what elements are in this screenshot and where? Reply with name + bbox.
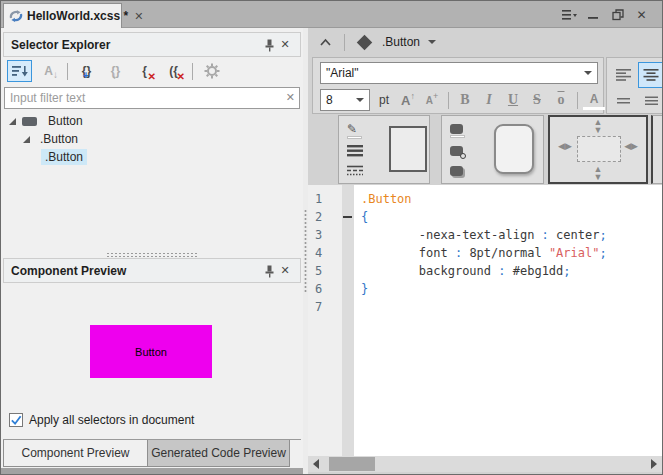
align-left-button[interactable] [613,65,635,85]
insert-selector-button[interactable]: {} ↓ [103,60,128,82]
selector-tree[interactable]: Button.Button.Button [3,112,301,250]
bottom-strip [1,468,303,475]
tree-item[interactable]: Button [3,112,301,130]
selector-toolbar-row: .Button [308,28,662,56]
font-unit-label: pt [379,93,389,107]
border-preset-box[interactable]: ✎ [338,115,430,184]
expand-left-icon: ◀ [558,141,565,151]
shadow-icon[interactable] [450,161,472,181]
selector-dropdown-caret-icon[interactable] [428,40,436,44]
line-number: 5 [308,262,342,280]
tree-item-label: .Button [41,149,87,165]
code-line[interactable]: -nexa-text-align : center; [354,226,662,244]
shrink-font-button[interactable]: A + [421,90,443,110]
line-number: 4 [308,244,342,262]
code-editor[interactable]: 1234567 .Button{ -nexa-text-align : cent… [308,185,662,456]
tree-item-label: .Button [36,131,82,147]
font-family-select[interactable]: "Arial" [320,62,598,84]
tab-component-preview[interactable]: Component Preview [3,440,148,467]
font-toolbar-group: "Arial" 8 pt A ↑ A + B I U [312,57,604,114]
font-size-select[interactable]: 8 [320,89,370,111]
code-line[interactable] [354,298,662,316]
apply-selectors-checkbox[interactable] [9,413,23,427]
line-number: 2 [308,208,342,226]
gradation-icon[interactable] [450,141,472,161]
italic-button[interactable]: I [478,90,500,110]
settings-gear-icon[interactable] [199,60,224,82]
code-lines[interactable]: .Button{ -nexa-text-align : center; font… [354,185,662,456]
left-dock: Selector Explorer ✕ [1,28,303,474]
pin-icon[interactable] [261,37,277,53]
filter-input[interactable] [4,87,300,109]
code-line[interactable]: .Button [354,190,662,208]
border-color-icon[interactable]: ✎ [347,121,369,141]
collapse-toolbar-icon[interactable] [316,33,334,51]
spacing-preset-box[interactable]: ▲▼ ◀▶ ◀▶ ▲▼ [548,115,648,184]
splitter-grip [106,252,198,257]
underline-button[interactable]: U [502,90,524,110]
component-icon [22,117,37,126]
panel-splitter[interactable] [1,250,303,258]
border-style-icon[interactable] [347,161,369,181]
code-line[interactable]: { [354,208,662,226]
valign-middle-button[interactable] [641,94,663,108]
alphabetical-sort-button[interactable]: A ↓ [36,60,61,82]
tree-expander-icon[interactable] [9,118,16,125]
background-color-icon[interactable] [450,121,472,141]
fold-cell[interactable] [342,208,354,226]
document-tab-title: HelloWorld.xcss * [27,9,128,23]
document-tab[interactable]: HelloWorld.xcss * ✕ [3,3,122,28]
component-preview-canvas: Button Apply all selectors in document [3,283,301,440]
line-number: 3 [308,226,342,244]
panel-close-icon[interactable]: ✕ [277,263,293,279]
clipped-preset-box[interactable] [651,115,663,184]
tab-generated-code-preview[interactable]: Generated Code Preview [147,440,290,467]
minimize-icon[interactable] [585,6,602,23]
border-preview [389,126,427,172]
valign-top-button[interactable] [613,94,635,108]
code-line[interactable]: font : 8pt/normal "Arial"; [354,244,662,262]
preview-button[interactable]: Button [90,325,212,378]
pin-icon[interactable] [261,263,277,279]
scroll-right-icon[interactable] [646,456,662,472]
toolbar-separator [67,63,68,80]
fold-cell [342,244,354,262]
horizontal-scrollbar[interactable] [308,456,662,472]
expand-right-icon: ▶ [565,141,572,151]
line-number-gutter: 1234567 [308,185,342,456]
document-tab-close-icon[interactable]: ✕ [134,10,143,23]
fold-marker-icon[interactable] [343,216,352,218]
text-align-group [606,57,663,114]
restore-icon[interactable] [609,6,626,23]
overline-button[interactable]: o [550,90,572,110]
fold-cell [342,262,354,280]
bold-button[interactable]: B [454,90,476,110]
fold-margin [342,185,354,456]
component-preview-header: Component Preview ✕ [3,258,301,283]
font-family-value: "Arial" [321,66,584,80]
delete-all-selectors-button[interactable]: ({ ✕ [161,60,186,82]
window-list-icon[interactable] [561,6,578,23]
close-icon[interactable]: ✕ [633,6,650,23]
tree-item[interactable]: .Button [3,130,301,148]
add-selector-plus: + [83,71,89,81]
scroll-left-icon[interactable] [308,456,324,472]
code-line[interactable]: } [354,280,662,298]
panel-close-icon[interactable]: ✕ [277,37,293,53]
add-selector-button[interactable]: {} + [74,60,99,82]
delete-selector-button[interactable]: { ✕ [132,60,157,82]
sort-selectors-button[interactable] [7,60,32,82]
dropdown-caret-icon [356,98,364,102]
background-preset-box[interactable] [441,115,544,184]
code-line[interactable]: background : #ebg1dd; [354,262,662,280]
align-center-button[interactable] [638,62,663,88]
grow-font-button[interactable]: A ↑ [397,90,419,110]
tree-expander-icon[interactable] [23,136,30,143]
font-color-button[interactable]: A [583,90,605,110]
strikethrough-button[interactable]: S [526,90,548,110]
filter-clear-icon[interactable]: ✕ [286,91,295,104]
border-width-icon[interactable] [347,141,369,161]
tree-item[interactable]: .Button [3,148,301,166]
scrollbar-thumb[interactable] [329,457,375,471]
format-buttons: A ↑ A + B I U S o A [397,89,605,111]
